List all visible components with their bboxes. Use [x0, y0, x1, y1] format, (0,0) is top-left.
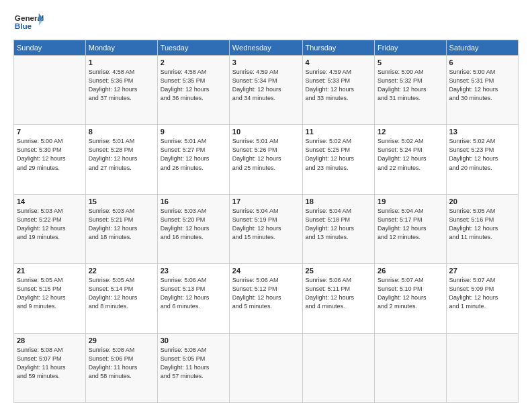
- day-info: Sunrise: 5:03 AM Sunset: 5:20 PM Dayligh…: [161, 207, 226, 242]
- day-number: 7: [17, 128, 83, 136]
- calendar-cell: 8Sunrise: 5:01 AM Sunset: 5:28 PM Daylig…: [85, 125, 157, 194]
- day-number: 9: [161, 128, 226, 136]
- calendar-cell: 16Sunrise: 5:03 AM Sunset: 5:20 PM Dayli…: [157, 194, 229, 263]
- calendar-cell: 10Sunrise: 5:01 AM Sunset: 5:26 PM Dayli…: [229, 125, 302, 194]
- day-number: 5: [378, 58, 443, 66]
- day-number: 1: [89, 58, 154, 66]
- calendar-cell: 12Sunrise: 5:02 AM Sunset: 5:24 PM Dayli…: [375, 125, 447, 194]
- header: General Blue: [13, 11, 519, 34]
- day-info: Sunrise: 5:05 AM Sunset: 5:16 PM Dayligh…: [449, 207, 515, 242]
- day-info: Sunrise: 4:58 AM Sunset: 5:35 PM Dayligh…: [161, 68, 226, 103]
- calendar-cell: [229, 333, 302, 402]
- calendar-cell: 17Sunrise: 5:04 AM Sunset: 5:19 PM Dayli…: [229, 194, 302, 263]
- day-info: Sunrise: 5:02 AM Sunset: 5:23 PM Dayligh…: [449, 137, 515, 172]
- calendar-header-row: SundayMondayTuesdayWednesdayThursdayFrid…: [14, 40, 519, 56]
- calendar-week-row: 1Sunrise: 4:58 AM Sunset: 5:36 PM Daylig…: [14, 56, 519, 125]
- day-info: Sunrise: 5:03 AM Sunset: 5:22 PM Dayligh…: [17, 207, 83, 242]
- day-info: Sunrise: 5:08 AM Sunset: 5:05 PM Dayligh…: [161, 346, 226, 381]
- calendar-cell: 5Sunrise: 5:00 AM Sunset: 5:32 PM Daylig…: [375, 56, 447, 125]
- logo: General Blue: [13, 11, 44, 34]
- day-number: 12: [378, 128, 443, 136]
- day-info: Sunrise: 5:07 AM Sunset: 5:10 PM Dayligh…: [378, 276, 443, 311]
- day-number: 16: [161, 197, 226, 205]
- day-info: Sunrise: 5:00 AM Sunset: 5:31 PM Dayligh…: [449, 68, 515, 103]
- calendar-cell: 4Sunrise: 4:59 AM Sunset: 5:33 PM Daylig…: [302, 56, 375, 125]
- day-info: Sunrise: 5:06 AM Sunset: 5:13 PM Dayligh…: [161, 276, 226, 311]
- calendar-cell: 14Sunrise: 5:03 AM Sunset: 5:22 PM Dayli…: [14, 194, 86, 263]
- day-info: Sunrise: 5:01 AM Sunset: 5:27 PM Dayligh…: [161, 137, 226, 172]
- calendar-cell: 24Sunrise: 5:06 AM Sunset: 5:12 PM Dayli…: [229, 264, 302, 333]
- day-info: Sunrise: 5:08 AM Sunset: 5:06 PM Dayligh…: [89, 346, 154, 381]
- day-number: 4: [306, 58, 372, 66]
- day-info: Sunrise: 5:04 AM Sunset: 5:19 PM Dayligh…: [232, 207, 300, 242]
- day-info: Sunrise: 5:05 AM Sunset: 5:15 PM Dayligh…: [17, 276, 83, 311]
- calendar-cell: [14, 56, 86, 125]
- calendar-cell: [446, 333, 518, 402]
- calendar-table: SundayMondayTuesdayWednesdayThursdayFrid…: [13, 40, 519, 403]
- day-info: Sunrise: 5:05 AM Sunset: 5:14 PM Dayligh…: [89, 276, 154, 311]
- day-number: 3: [232, 58, 300, 66]
- calendar-cell: 19Sunrise: 5:04 AM Sunset: 5:17 PM Dayli…: [375, 194, 447, 263]
- day-number: 23: [161, 267, 226, 275]
- page: General Blue SundayMondayTuesdayWednesda…: [0, 0, 532, 411]
- calendar-week-row: 14Sunrise: 5:03 AM Sunset: 5:22 PM Dayli…: [14, 194, 519, 263]
- day-number: 17: [232, 197, 300, 205]
- calendar-header-thursday: Thursday: [302, 40, 375, 56]
- calendar-week-row: 28Sunrise: 5:08 AM Sunset: 5:07 PM Dayli…: [14, 333, 519, 402]
- day-info: Sunrise: 5:08 AM Sunset: 5:07 PM Dayligh…: [17, 346, 83, 381]
- day-info: Sunrise: 5:06 AM Sunset: 5:12 PM Dayligh…: [232, 276, 300, 311]
- day-number: 25: [306, 267, 372, 275]
- calendar-cell: [302, 333, 375, 402]
- day-info: Sunrise: 5:07 AM Sunset: 5:09 PM Dayligh…: [449, 276, 515, 311]
- calendar-header-tuesday: Tuesday: [157, 40, 229, 56]
- calendar-cell: 29Sunrise: 5:08 AM Sunset: 5:06 PM Dayli…: [85, 333, 157, 402]
- day-number: 14: [17, 197, 83, 205]
- logo-icon: General Blue: [13, 11, 44, 34]
- calendar-cell: 25Sunrise: 5:06 AM Sunset: 5:11 PM Dayli…: [302, 264, 375, 333]
- calendar-cell: 2Sunrise: 4:58 AM Sunset: 5:35 PM Daylig…: [157, 56, 229, 125]
- day-number: 26: [378, 267, 443, 275]
- day-number: 13: [449, 128, 515, 136]
- day-number: 2: [161, 58, 226, 66]
- calendar-cell: 18Sunrise: 5:04 AM Sunset: 5:18 PM Dayli…: [302, 194, 375, 263]
- calendar-cell: 28Sunrise: 5:08 AM Sunset: 5:07 PM Dayli…: [14, 333, 86, 402]
- day-number: 21: [17, 267, 83, 275]
- day-number: 15: [89, 197, 154, 205]
- calendar-cell: 22Sunrise: 5:05 AM Sunset: 5:14 PM Dayli…: [85, 264, 157, 333]
- day-info: Sunrise: 4:59 AM Sunset: 5:33 PM Dayligh…: [306, 68, 372, 103]
- calendar-cell: 7Sunrise: 5:00 AM Sunset: 5:30 PM Daylig…: [14, 125, 86, 194]
- day-info: Sunrise: 5:02 AM Sunset: 5:25 PM Dayligh…: [306, 137, 372, 172]
- day-number: 18: [306, 197, 372, 205]
- day-info: Sunrise: 5:04 AM Sunset: 5:18 PM Dayligh…: [306, 207, 372, 242]
- svg-text:Blue: Blue: [15, 21, 32, 30]
- calendar-cell: [375, 333, 447, 402]
- calendar-header-wednesday: Wednesday: [229, 40, 302, 56]
- calendar-cell: 30Sunrise: 5:08 AM Sunset: 5:05 PM Dayli…: [157, 333, 229, 402]
- day-number: 10: [232, 128, 300, 136]
- calendar-header-monday: Monday: [85, 40, 157, 56]
- calendar-cell: 27Sunrise: 5:07 AM Sunset: 5:09 PM Dayli…: [446, 264, 518, 333]
- day-info: Sunrise: 5:04 AM Sunset: 5:17 PM Dayligh…: [378, 207, 443, 242]
- day-number: 29: [89, 336, 154, 345]
- calendar-cell: 26Sunrise: 5:07 AM Sunset: 5:10 PM Dayli…: [375, 264, 447, 333]
- day-number: 6: [449, 58, 515, 66]
- day-number: 20: [449, 197, 515, 205]
- calendar-header-saturday: Saturday: [446, 40, 518, 56]
- day-info: Sunrise: 4:59 AM Sunset: 5:34 PM Dayligh…: [232, 68, 300, 103]
- calendar-week-row: 7Sunrise: 5:00 AM Sunset: 5:30 PM Daylig…: [14, 125, 519, 194]
- day-info: Sunrise: 5:01 AM Sunset: 5:26 PM Dayligh…: [232, 137, 300, 172]
- calendar-cell: 15Sunrise: 5:03 AM Sunset: 5:21 PM Dayli…: [85, 194, 157, 263]
- calendar-cell: 11Sunrise: 5:02 AM Sunset: 5:25 PM Dayli…: [302, 125, 375, 194]
- day-info: Sunrise: 5:02 AM Sunset: 5:24 PM Dayligh…: [378, 137, 443, 172]
- calendar-cell: 3Sunrise: 4:59 AM Sunset: 5:34 PM Daylig…: [229, 56, 302, 125]
- calendar-cell: 21Sunrise: 5:05 AM Sunset: 5:15 PM Dayli…: [14, 264, 86, 333]
- day-info: Sunrise: 5:06 AM Sunset: 5:11 PM Dayligh…: [306, 276, 372, 311]
- calendar-header-friday: Friday: [375, 40, 447, 56]
- calendar-week-row: 21Sunrise: 5:05 AM Sunset: 5:15 PM Dayli…: [14, 264, 519, 333]
- day-info: Sunrise: 5:00 AM Sunset: 5:30 PM Dayligh…: [17, 137, 83, 172]
- day-number: 19: [378, 197, 443, 205]
- day-number: 11: [306, 128, 372, 136]
- day-info: Sunrise: 5:01 AM Sunset: 5:28 PM Dayligh…: [89, 137, 154, 172]
- calendar-cell: 9Sunrise: 5:01 AM Sunset: 5:27 PM Daylig…: [157, 125, 229, 194]
- calendar-cell: 1Sunrise: 4:58 AM Sunset: 5:36 PM Daylig…: [85, 56, 157, 125]
